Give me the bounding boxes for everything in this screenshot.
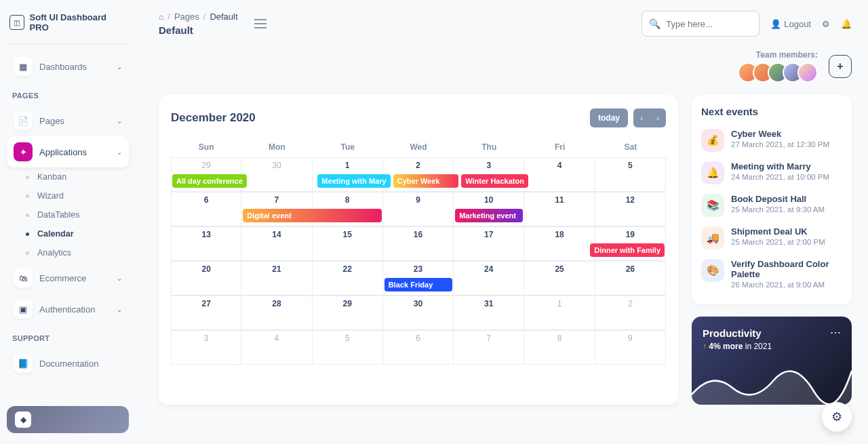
calendar-event[interactable]: Black Friday bbox=[384, 278, 452, 291]
calendar-cell[interactable]: 27 bbox=[171, 296, 241, 330]
nav-pages[interactable]: 📄 Pages ⌄ bbox=[7, 105, 129, 136]
applications-icon: ✦ bbox=[14, 142, 33, 161]
home-icon[interactable]: ⌂ bbox=[159, 12, 163, 22]
calendar-cell[interactable]: 30 bbox=[383, 296, 454, 330]
applications-subnav: Kanban Wizard DataTables Calendar Analyt… bbox=[19, 167, 129, 262]
calendar-event[interactable]: Digital event bbox=[243, 209, 382, 222]
productivity-subtitle: ↑ 4% more in 2021 bbox=[703, 342, 841, 351]
sidebar: ◫ Soft UI Dashboard PRO ▦ Dashboards ⌄ P… bbox=[0, 0, 136, 444]
day-header: Sat bbox=[595, 137, 666, 157]
chevron-down-icon: ⌄ bbox=[117, 63, 122, 70]
team-label: Team members: bbox=[738, 50, 818, 60]
next-events-card: Next events 💰Cyber Week27 March 2021, at… bbox=[692, 95, 852, 304]
calendar-cell[interactable]: 9 bbox=[595, 331, 666, 365]
pro-card[interactable]: ◆ bbox=[7, 406, 129, 433]
dashboard-icon: ▦ bbox=[14, 57, 33, 76]
day-header: Fri bbox=[524, 137, 595, 157]
event-item[interactable]: 💰Cyber Week27 March 2021, at 12:30 PM bbox=[701, 124, 842, 157]
nav-label: Pages bbox=[39, 116, 64, 126]
event-item[interactable]: 🚚Shipment Deal UK25 March 2021, at 2:00 … bbox=[701, 222, 842, 254]
productivity-card: Productivity ↑ 4% more in 2021 ⋯ bbox=[692, 317, 852, 405]
subnav-kanban[interactable]: Kanban bbox=[19, 167, 129, 186]
event-name: Shipment Deal UK bbox=[731, 226, 825, 237]
calendar-nav: ‹ › bbox=[633, 108, 666, 127]
calendar-cell[interactable]: 5 bbox=[313, 331, 383, 365]
brand[interactable]: ◫ Soft UI Dashboard PRO bbox=[7, 8, 129, 44]
event-date: 24 March 2021, at 10:00 PM bbox=[731, 173, 829, 181]
search-icon: 🔍 bbox=[649, 18, 660, 29]
event-name: Verify Dashboard Color Palette bbox=[731, 259, 842, 279]
chevron-down-icon: ⌄ bbox=[117, 306, 122, 313]
auth-icon: ▣ bbox=[14, 300, 33, 319]
team-row: Team members: + bbox=[159, 50, 852, 83]
menu-toggle[interactable] bbox=[254, 19, 267, 28]
avatar[interactable] bbox=[797, 62, 818, 83]
nav-documentation[interactable]: 📘 Documentation bbox=[7, 348, 129, 379]
calendar-cell[interactable]: 29 bbox=[313, 296, 383, 330]
calendar-cell[interactable]: 2 bbox=[595, 296, 666, 330]
nav-dashboards[interactable]: ▦ Dashboards ⌄ bbox=[7, 51, 129, 82]
calendar-cell[interactable]: 28 bbox=[241, 296, 312, 330]
calendar-body: 293012345All day conferenceMeeting with … bbox=[171, 157, 666, 365]
page-title: Default bbox=[159, 24, 238, 36]
calendar-cell[interactable]: 1 bbox=[524, 296, 595, 330]
notifications-icon[interactable]: 🔔 bbox=[841, 19, 852, 29]
calendar-cell[interactable]: 7 bbox=[454, 331, 524, 365]
event-name: Cyber Week bbox=[731, 129, 829, 139]
subnav-calendar[interactable]: Calendar bbox=[19, 224, 129, 243]
calendar-cell[interactable]: 31 bbox=[454, 296, 524, 330]
today-button[interactable]: today bbox=[590, 108, 628, 127]
prev-button[interactable]: ‹ bbox=[633, 108, 650, 127]
settings-icon[interactable]: ⚙ bbox=[822, 19, 830, 29]
arrow-up-icon: ↑ bbox=[703, 342, 707, 351]
user-icon: 👤 bbox=[770, 19, 781, 29]
diamond-icon: ◆ bbox=[15, 411, 31, 428]
calendar-day-headers: SunMonTueWedThuFriSat bbox=[171, 137, 666, 157]
nav-label: Authentication bbox=[39, 304, 95, 315]
card-menu-icon[interactable]: ⋯ bbox=[830, 326, 842, 339]
calendar-event[interactable]: All day conference bbox=[172, 174, 247, 188]
calendar-title: December 2020 bbox=[171, 111, 256, 125]
calendar-cell[interactable]: 6 bbox=[383, 331, 454, 365]
add-member-button[interactable]: + bbox=[829, 55, 852, 78]
subnav-datatables[interactable]: DataTables bbox=[19, 205, 129, 224]
brand-icon: ◫ bbox=[9, 15, 24, 30]
nav-label: Applications bbox=[39, 147, 87, 157]
search-input[interactable] bbox=[666, 19, 752, 29]
calendar-cell[interactable]: 3 bbox=[171, 331, 241, 365]
nav-ecommerce[interactable]: 🛍 Ecommerce ⌄ bbox=[7, 262, 129, 294]
productivity-title: Productivity bbox=[703, 327, 841, 339]
logout-link[interactable]: 👤 Logout bbox=[770, 19, 811, 29]
calendar-cell[interactable]: 8 bbox=[524, 331, 595, 365]
events-list: 💰Cyber Week27 March 2021, at 12:30 PM🔔Me… bbox=[701, 124, 842, 294]
brand-text: Soft UI Dashboard PRO bbox=[30, 12, 126, 33]
nav-authentication[interactable]: ▣ Authentication ⌄ bbox=[7, 294, 129, 325]
event-item[interactable]: 📚Book Deposit Hall25 March 2021, at 9:30… bbox=[701, 189, 842, 222]
day-header: Thu bbox=[454, 137, 524, 157]
next-button[interactable]: › bbox=[650, 108, 666, 127]
nav-label: Documentation bbox=[39, 359, 98, 369]
crumb-pages[interactable]: Pages bbox=[174, 12, 199, 22]
event-icon: 🚚 bbox=[701, 226, 724, 249]
breadcrumb: ⌂ / Pages / Default Default bbox=[159, 12, 238, 36]
event-item[interactable]: 🔔Meeting with Marry24 March 2021, at 10:… bbox=[701, 157, 842, 189]
calendar-event[interactable]: Dinner with Family bbox=[590, 243, 665, 257]
event-item[interactable]: 🎨Verify Dashboard Color Palette26 March … bbox=[701, 254, 842, 294]
section-support: SUPPORT bbox=[12, 334, 123, 342]
calendar-cell[interactable]: 4 bbox=[241, 331, 312, 365]
ecommerce-icon: 🛍 bbox=[14, 268, 33, 287]
nav-label: Ecommerce bbox=[39, 273, 86, 283]
day-header: Sun bbox=[171, 137, 241, 157]
search-box[interactable]: 🔍 bbox=[642, 11, 760, 37]
topbar: ⌂ / Pages / Default Default 🔍 👤 Logout ⚙… bbox=[159, 11, 852, 37]
calendar-event[interactable]: Winter Hackaton bbox=[461, 174, 528, 188]
calendar-event[interactable]: Meeting with Mary bbox=[317, 174, 390, 188]
calendar-card: December 2020 today ‹ › SunMonTueWedThuF… bbox=[159, 95, 678, 405]
event-date: 27 March 2021, at 12:30 PM bbox=[731, 140, 829, 148]
calendar-event[interactable]: Marketing event bbox=[455, 209, 523, 222]
floating-settings-button[interactable]: ⚙ bbox=[822, 402, 852, 432]
nav-applications[interactable]: ✦ Applications ⌄ bbox=[7, 136, 129, 167]
calendar-event[interactable]: Cyber Week bbox=[393, 174, 459, 188]
subnav-wizard[interactable]: Wizard bbox=[19, 186, 129, 205]
subnav-analytics[interactable]: Analytics bbox=[19, 243, 129, 262]
